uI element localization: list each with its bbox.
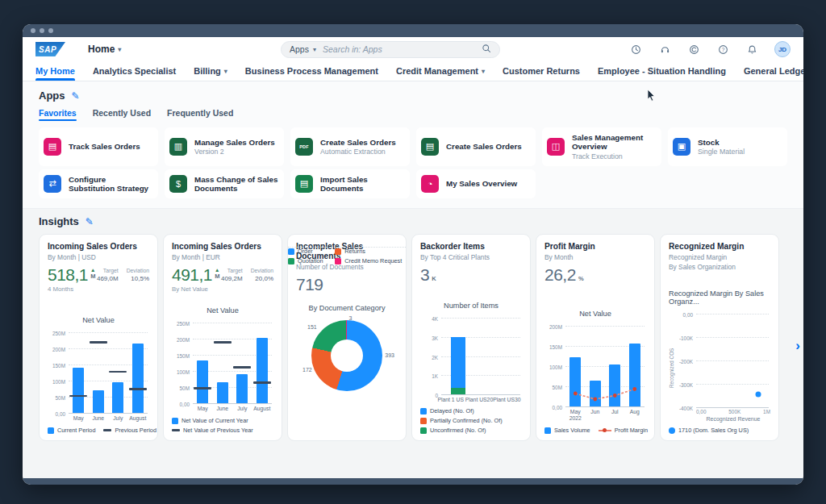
help-icon[interactable]: ?: [716, 43, 729, 56]
y-tick-label: -200K: [679, 359, 693, 364]
segment-unconfirmed-no-of: [451, 388, 465, 394]
y-tick-label: 200M: [52, 346, 65, 352]
nav-tab-credit-management[interactable]: Credit Management▾: [396, 61, 485, 81]
app-tiles-grid: ▤Track Sales Orders▥Manage Sales OrdersV…: [39, 127, 787, 198]
nav-tab-billing[interactable]: Billing▾: [194, 61, 227, 81]
nav-tab-business-process-management[interactable]: Business Process Management: [245, 61, 378, 81]
shell-icon-group: ? JD: [629, 41, 791, 57]
y-tick-label: 100M: [52, 378, 65, 384]
nav-tab-general-ledger[interactable]: General Ledger▾: [744, 61, 803, 81]
insight-card-recognized-margin-6[interactable]: Recognized MarginRecognized MarginBy Sal…: [660, 234, 779, 441]
app-tile-create-sales-orders[interactable]: PDFCreate Sales OrdersAutomatic Extracti…: [290, 127, 410, 166]
search-input[interactable]: Search in: Apps: [323, 44, 475, 54]
y-axis-label: Recognized COS: [669, 314, 674, 422]
previous-period-marker: [253, 381, 271, 384]
edit-insights-icon[interactable]: ✎: [86, 216, 94, 227]
y-tick-label: 100M: [177, 369, 190, 374]
chevron-down-icon: ▾: [313, 46, 316, 53]
legend-swatch: [288, 258, 294, 264]
slice-label-returns: 172: [302, 367, 312, 373]
chart-legend: Sales VolumeProfit Margin: [544, 427, 646, 434]
app-tile-title: Track Sales Orders: [69, 142, 140, 151]
window-control-dot[interactable]: [48, 28, 53, 33]
gridline: 250M: [193, 323, 272, 323]
nav-tab-customer-returns[interactable]: Customer Returns: [503, 61, 580, 81]
card-subtitle: By Month | USD: [48, 253, 149, 261]
chart-legend: Delayed (No. Of)Partially Confirmed (No.…: [420, 407, 522, 434]
legend-item-delayed-no-of: Delayed (No. Of): [420, 407, 522, 414]
insight-card-incoming-sales-orders-1[interactable]: Incoming Sales OrdersBy Month | USD518,1…: [39, 234, 158, 441]
home-menu-label: Home: [88, 44, 115, 55]
sap-logo[interactable]: SAP: [35, 42, 65, 56]
search-icon[interactable]: [482, 42, 491, 56]
scatter-chart: Recognized Margin By Sales Organz...Reco…: [669, 285, 770, 422]
slice-label-order: 393: [385, 352, 394, 358]
search-scope-label: Apps: [290, 44, 309, 54]
app-tile-sales-management-overview[interactable]: ◫Sales Management OverviewTrack Executio…: [542, 127, 661, 166]
apps-tab-recently-used[interactable]: Recently Used: [93, 108, 151, 121]
edit-apps-icon[interactable]: ✎: [72, 90, 80, 102]
home-menu-button[interactable]: Home ▾: [88, 44, 121, 55]
insight-card-backorder-items-4[interactable]: Backorder ItemsBy Top 4 Critical Plants3…: [411, 234, 531, 441]
x-tick-label: August: [128, 415, 148, 422]
nav-tab-analytics-specialist[interactable]: Analytics Specialist: [93, 61, 176, 81]
legend-label: Current Period: [57, 427, 95, 434]
app-tile-subtitle: Track Execution: [572, 152, 657, 160]
kpi-unit: K: [432, 275, 436, 282]
insights-section-title: Insights: [39, 215, 79, 227]
legend-swatch: [172, 429, 180, 431]
app-tile-track-sales-orders[interactable]: ▤Track Sales Orders: [39, 127, 158, 166]
y-tick-label: 50M: [553, 384, 562, 389]
legend-swatch: [669, 427, 675, 434]
app-tile-create-sales-orders[interactable]: ▤Create Sales Orders: [416, 127, 536, 166]
avatar[interactable]: JD: [774, 41, 791, 57]
nav-tab-employee-situation-handling[interactable]: Employee - Situation Handling: [598, 61, 726, 81]
app-tile-title: Sales Management Overview: [572, 133, 657, 152]
search-bar[interactable]: Apps ▾ Search in: Apps: [281, 41, 500, 58]
bar-plot: 200M150M100M50M0,00: [565, 326, 645, 406]
nav-tab-label: Analytics Specialist: [93, 66, 176, 76]
insights-next-button[interactable]: ›: [795, 338, 800, 354]
chevron-down-icon: ▾: [118, 46, 121, 53]
chart-title: By Document Category: [296, 304, 398, 312]
x-axis-label: Recognized Revenue: [696, 416, 770, 422]
app-tile-my-sales-overview[interactable]: ◔My Sales Overview: [416, 169, 536, 199]
insight-card-incoming-sales-orders-2[interactable]: Incoming Sales OrdersBy Month | EUR491,1…: [163, 234, 282, 441]
app-tile-mass-change-of-sales-documents[interactable]: $Mass Change of Sales Documents: [165, 169, 284, 199]
y-tick-label: -400K: [679, 406, 693, 411]
app-tile-import-sales-documents[interactable]: ▤Import Sales Documents: [290, 169, 410, 199]
window-control-dot[interactable]: [40, 28, 44, 33]
legend-label: Unconfirmed (No. Of): [430, 427, 486, 434]
legend-item-partially-confirmed-no-of: Partially Confirmed (No. Of): [420, 417, 522, 424]
insight-card-incomplete-sales-documents-3[interactable]: Incomplete Sales DocumentsNumber of Docu…: [287, 234, 407, 441]
chart-legend: OrderReturnsQuotationCredit Memo Request: [288, 247, 406, 264]
bell-icon[interactable]: [745, 43, 758, 56]
window-control-dot[interactable]: [31, 28, 35, 33]
app-tile-stock[interactable]: ▣StockSingle Material: [668, 127, 787, 166]
copilot-icon[interactable]: [687, 43, 700, 56]
search-scope-select[interactable]: Apps ▾: [290, 44, 316, 54]
stacked-bar-chart: Number of Items4K3K2K1K0Plant 1 US Plant…: [420, 302, 522, 402]
app-tile-title: Create Sales Orders: [320, 138, 396, 147]
card-title: Profit Margin: [544, 242, 646, 252]
donut-chart: By Document Category3931721513: [296, 296, 398, 391]
kpi-value-number: 491,1: [172, 266, 212, 283]
y-tick-label: 0,00: [180, 401, 190, 406]
history-icon[interactable]: [629, 43, 642, 56]
x-tick-label: August: [252, 406, 273, 412]
headset-icon[interactable]: [658, 43, 671, 56]
chart-bar: [132, 344, 144, 413]
insight-card-profit-margin-5[interactable]: Profit MarginBy Month26,2%Net Value200M1…: [536, 234, 655, 441]
legend-swatch: [599, 427, 611, 433]
app-tile-subtitle: Automatic Extraction: [320, 148, 396, 156]
app-tile-configure-substitution-strategy[interactable]: ⇄Configure Substitution Strategy: [39, 169, 158, 199]
apps-tab-frequently-used[interactable]: Frequently Used: [167, 108, 233, 121]
x-axis-labels: May 2022JunJulAug: [565, 409, 645, 422]
bar-chart: Net Value250M200M150M100M50M0,00MayJuneJ…: [48, 316, 149, 422]
nav-tab-my-home[interactable]: My Home: [35, 61, 75, 81]
app-tile-manage-sales-orders[interactable]: ▥Manage Sales OrdersVersion 2: [165, 127, 284, 166]
gridline: -100K: [696, 337, 769, 338]
legend-item-credit-memo-request: Credit Memo Request: [335, 257, 406, 264]
apps-tab-favorites[interactable]: Favorites: [39, 108, 77, 121]
browser-window: SAP Home ▾ Apps ▾ Search in: Apps: [23, 24, 803, 485]
